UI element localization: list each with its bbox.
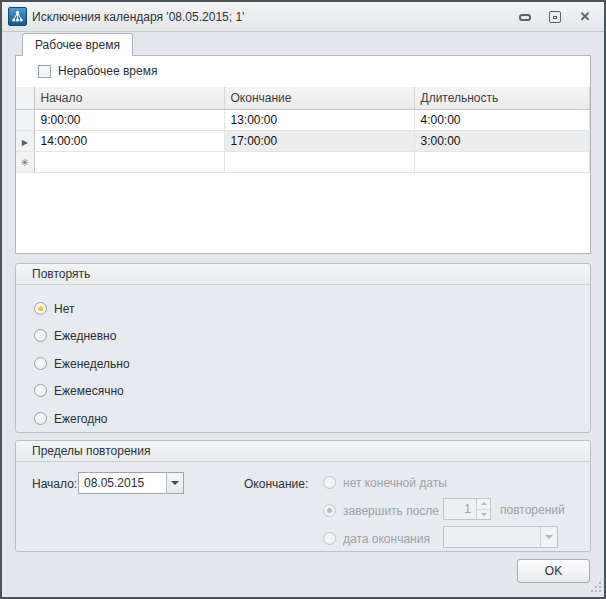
resize-grip[interactable]	[589, 582, 601, 594]
cell-duration-empty[interactable]	[414, 151, 590, 172]
radio-no-end-date	[323, 476, 336, 489]
repeat-option-label: Ежемесячно	[54, 384, 124, 398]
current-row-indicator-icon: ▶	[16, 130, 34, 151]
new-row-indicator-icon: ✳	[16, 151, 34, 172]
title-bar: Исключения календаря '08.05.2015; 1' ✕	[2, 2, 604, 32]
spin-up-icon	[477, 499, 490, 510]
end-option-no-date: нет конечной даты	[323, 475, 447, 490]
end-date-dropdown-icon	[540, 527, 557, 547]
start-date-editor[interactable]: 08.05.2015	[78, 472, 184, 494]
table-row-current[interactable]: ▶ 14:00:00 17:00:00 3:00:00	[16, 130, 590, 151]
cell-start-empty[interactable]	[34, 151, 224, 172]
close-icon[interactable]: ✕	[578, 10, 592, 24]
start-date-label: Начало:	[32, 477, 77, 491]
maximize-icon[interactable]	[548, 10, 562, 24]
repeat-group-title: Повторять	[16, 264, 590, 285]
occurrences-stepper: 1	[443, 498, 491, 520]
end-date-editor	[443, 526, 558, 548]
repeat-option-yearly[interactable]: Ежегодно	[34, 411, 108, 426]
column-header-duration[interactable]: Длительность	[414, 87, 590, 109]
radio-daily[interactable]	[34, 329, 47, 342]
repeat-option-label: Ежегодно	[54, 412, 108, 426]
end-option-label: дата окончания	[343, 532, 430, 546]
occurrences-value: 1	[444, 499, 476, 519]
occurrences-suffix-label: повторений	[500, 503, 565, 517]
spin-down-icon	[477, 510, 490, 520]
repeat-option-none[interactable]: Нет	[34, 301, 74, 316]
end-option-after-count: завершить после	[323, 503, 439, 518]
repeat-option-label: Ежедневно	[54, 329, 116, 343]
repeat-option-monthly[interactable]: Ежемесячно	[34, 383, 124, 398]
limits-group: Пределы повторения Начало: 08.05.2015 Ок…	[15, 440, 591, 552]
tab-working-time[interactable]: Рабочее время	[22, 33, 133, 56]
cell-start[interactable]: 9:00:00	[34, 109, 224, 130]
end-option-label: завершить после	[343, 504, 439, 518]
cell-start[interactable]: 14:00:00	[34, 130, 224, 151]
row-indicator-header	[16, 87, 34, 109]
ok-button[interactable]: OK	[517, 559, 590, 583]
repeat-option-daily[interactable]: Ежедневно	[34, 328, 116, 343]
spin-buttons	[476, 499, 490, 519]
repeat-option-label: Еженедельно	[54, 357, 130, 371]
start-date-value[interactable]: 08.05.2015	[79, 473, 166, 493]
radio-none[interactable]	[34, 302, 47, 315]
column-header-start[interactable]: Начало	[34, 87, 224, 109]
minimize-icon[interactable]	[518, 10, 532, 24]
grid-header-row: Начало Окончание Длительность	[16, 87, 590, 109]
org-chart-icon	[8, 7, 27, 26]
end-date-value	[444, 527, 540, 547]
radio-yearly[interactable]	[34, 412, 47, 425]
cell-duration[interactable]: 3:00:00	[414, 130, 590, 151]
start-date-dropdown-icon[interactable]	[166, 473, 183, 493]
nonworking-time-checkbox[interactable]	[38, 65, 51, 78]
cell-end[interactable]: 17:00:00	[224, 130, 414, 151]
repeat-group: Повторять Нет Ежедневно Еженедельно Ежем…	[15, 263, 591, 433]
table-row[interactable]: 9:00:00 13:00:00 4:00:00	[16, 109, 590, 130]
radio-end-date	[323, 532, 336, 545]
row-indicator	[16, 109, 34, 130]
column-header-end[interactable]: Окончание	[224, 87, 414, 109]
time-grid: Начало Окончание Длительность 9:00:00 13…	[16, 87, 590, 173]
radio-end-after	[323, 504, 336, 517]
table-row-new[interactable]: ✳	[16, 151, 590, 172]
repeat-option-weekly[interactable]: Еженедельно	[34, 356, 130, 371]
nonworking-time-label: Нерабочее время	[58, 64, 157, 78]
caption-buttons: ✕	[518, 2, 592, 32]
radio-weekly[interactable]	[34, 357, 47, 370]
cell-end[interactable]: 13:00:00	[224, 109, 414, 130]
dialog-window: Исключения календаря '08.05.2015; 1' ✕ Р…	[0, 0, 606, 599]
window-title: Исключения календаря '08.05.2015; 1'	[32, 2, 244, 32]
end-option-end-date: дата окончания	[323, 531, 430, 546]
nonworking-time-option[interactable]: Нерабочее время	[38, 64, 157, 78]
cell-duration[interactable]: 4:00:00	[414, 109, 590, 130]
repeat-option-label: Нет	[54, 302, 74, 316]
working-time-panel: Нерабочее время Начало Окончание Длитель…	[15, 55, 591, 254]
radio-monthly[interactable]	[34, 384, 47, 397]
end-label: Окончание:	[244, 477, 308, 491]
end-option-label: нет конечной даты	[343, 476, 447, 490]
cell-end-empty[interactable]	[224, 151, 414, 172]
limits-group-title: Пределы повторения	[16, 441, 590, 462]
